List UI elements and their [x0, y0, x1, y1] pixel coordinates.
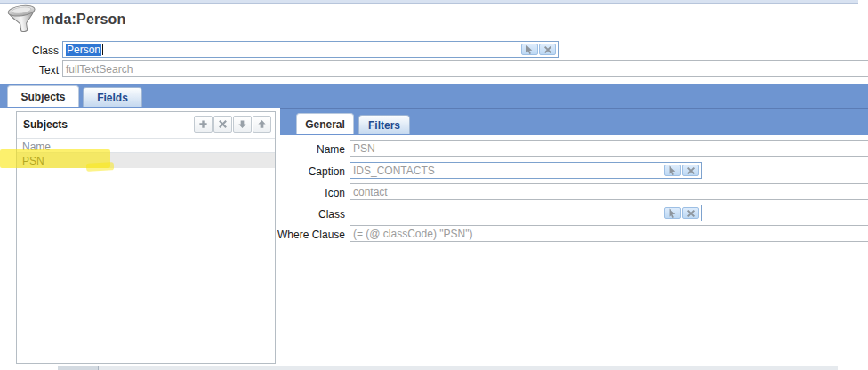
class-label: Class — [0, 44, 59, 57]
cursor-icon — [668, 165, 678, 175]
arrow-down-icon — [237, 119, 247, 129]
cursor-icon — [668, 208, 678, 218]
x-icon — [687, 166, 695, 175]
icon-label: Icon — [263, 187, 345, 199]
add-subject-button[interactable] — [194, 116, 213, 133]
x-icon — [687, 209, 695, 218]
move-subject-down-button[interactable] — [233, 116, 252, 133]
name-label: Name — [263, 143, 345, 156]
x-icon — [218, 119, 228, 129]
page-title: mda:Person — [42, 12, 125, 28]
caption-clear-button[interactable] — [682, 165, 699, 176]
subject-row-psn[interactable]: PSN — [17, 153, 275, 168]
class-input-selected-text: Person — [66, 44, 101, 56]
bottom-grid-edge — [58, 366, 838, 370]
class-lookup-pick-button[interactable] — [664, 207, 681, 219]
caption-input-value: IDS_CONTACTS — [353, 165, 435, 177]
class-lookup-input[interactable] — [350, 205, 702, 221]
class-clear-button[interactable] — [539, 44, 556, 55]
caption-input[interactable]: IDS_CONTACTS — [350, 162, 702, 179]
bottom-grid-corner-cell — [58, 366, 99, 370]
class-lookup-clear-button[interactable] — [682, 207, 699, 219]
funnel-icon — [7, 4, 39, 36]
column-header-name: Name — [17, 138, 275, 153]
arrow-up-icon — [257, 119, 267, 129]
move-subject-up-button[interactable] — [253, 116, 271, 133]
tab-filters[interactable]: Filters — [358, 115, 410, 134]
subjects-toolbar — [194, 116, 271, 133]
delete-subject-button[interactable] — [213, 116, 232, 133]
subjects-panel: Subjects Name — [16, 111, 276, 364]
app-window: mda:Person Class Person Text fullTextSea… — [0, 0, 868, 370]
x-icon — [543, 45, 552, 54]
caption-pick-button[interactable] — [664, 165, 681, 176]
class-detail-label: Class — [263, 208, 345, 221]
where-clause-label: Where Clause — [263, 229, 345, 241]
text-input[interactable]: fullTextSearch — [62, 60, 868, 77]
top-toolbar-edge — [0, 0, 858, 4]
text-label: Text — [0, 64, 59, 76]
caption-label: Caption — [263, 165, 345, 178]
tab-general[interactable]: General — [296, 113, 354, 134]
class-pick-button[interactable] — [521, 44, 538, 55]
subjects-panel-title: Subjects — [23, 118, 68, 131]
tab-subjects[interactable]: Subjects — [7, 85, 79, 107]
icon-input[interactable]: contact — [350, 183, 868, 200]
tab-fields[interactable]: Fields — [83, 87, 142, 107]
where-clause-input[interactable]: (= (@ classCode) "PSN") — [350, 225, 868, 242]
text-caret — [102, 44, 103, 55]
name-input[interactable]: PSN — [350, 140, 868, 157]
class-input[interactable]: Person — [62, 41, 559, 58]
plus-icon — [198, 119, 208, 129]
cursor-icon — [525, 44, 534, 54]
